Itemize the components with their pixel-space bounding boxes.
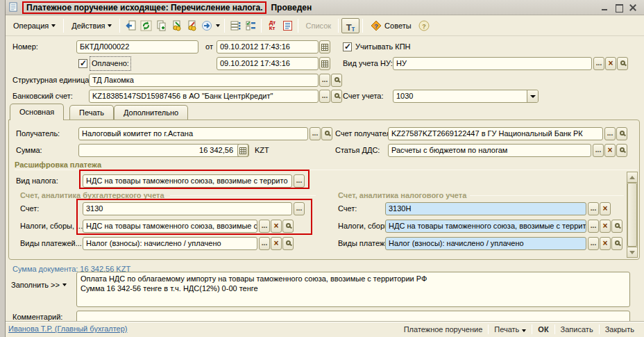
bu-payments-clear-button[interactable]: × — [271, 237, 282, 250]
actions-menu-button[interactable]: Действия — [67, 18, 117, 33]
scroll-down-button[interactable] — [627, 247, 637, 257]
help-icon: ? — [418, 20, 430, 31]
checkbox-list-icon — [245, 20, 257, 31]
ok-button[interactable]: ОК — [532, 325, 554, 334]
magnifier-icon — [615, 240, 620, 245]
nu-kind-clear-button[interactable]: × — [605, 57, 616, 70]
nu-kind-select-button[interactable]: ... — [593, 57, 604, 70]
structural-unit-select-button[interactable]: ... — [319, 74, 330, 87]
date-created-input[interactable]: 09.10.2012 17:43:16 — [217, 40, 319, 54]
document-status: Проведен — [271, 3, 312, 13]
write-button[interactable]: Записать — [555, 325, 599, 334]
bu-taxes-clear-button[interactable]: × — [271, 220, 282, 233]
calendar-button[interactable] — [319, 40, 330, 54]
go-to-menu-button[interactable] — [199, 18, 221, 33]
amount-input[interactable]: 16 342,56 — [78, 144, 249, 157]
payment-order-button[interactable]: Платежное поручение — [398, 325, 489, 334]
nu-taxes-input[interactable]: НДС на товары таможенного союза, ввозимы… — [385, 220, 586, 233]
recipient-account-select-button[interactable]: ... — [604, 127, 616, 140]
account-dropdown-button[interactable] — [527, 90, 538, 102]
tab-print[interactable]: Печать — [69, 105, 114, 120]
refresh-icon — [140, 20, 152, 31]
close-form-button[interactable]: Закрыть — [600, 325, 640, 334]
recipient-account-open-button[interactable] — [616, 127, 627, 140]
minimize-button[interactable] — [601, 3, 609, 11]
nu-taxes-select-button[interactable]: ... — [588, 220, 599, 233]
tax-kind-select-button[interactable]: ... — [294, 174, 305, 188]
bank-account-input[interactable]: KZ18385147SD15987456 в АО "Банк ЦентрКре… — [89, 90, 319, 103]
nu-payments-select-button[interactable]: ... — [588, 237, 599, 250]
nu-payments-clear-button[interactable]: × — [600, 237, 611, 250]
account-combobox[interactable]: 1030 — [393, 90, 539, 103]
bu-taxes-input[interactable]: НДС на товары таможенного союза, ввозимы… — [83, 220, 257, 233]
tab-main[interactable]: Основная — [10, 104, 64, 120]
bu-payments-open-button[interactable] — [282, 237, 294, 250]
bu-payments-select-button[interactable]: ... — [259, 237, 270, 250]
dds-open-button[interactable] — [616, 144, 627, 157]
kpn-checkbox[interactable] — [343, 42, 352, 51]
scroll-up-button[interactable] — [627, 172, 637, 183]
dds-clear-button[interactable]: × — [604, 144, 616, 157]
paid-checkbox[interactable] — [78, 59, 87, 68]
bu-account-input[interactable]: 3130 — [83, 202, 292, 215]
print-button[interactable]: Печать — [489, 325, 532, 334]
bank-account-open-button[interactable] — [331, 90, 342, 103]
bank-account-select-button[interactable]: ... — [319, 90, 330, 103]
toolbar-separator — [261, 19, 262, 33]
calculator-button[interactable] — [237, 144, 248, 157]
kpn-label[interactable]: Учитывать КПН — [355, 40, 411, 54]
help-button[interactable]: ? — [416, 18, 432, 33]
date-paid-input[interactable]: 09.10.2012 17:43:16 — [217, 57, 319, 70]
bu-payments-input[interactable]: Налог (взносы): начислено / уплачено — [83, 237, 257, 250]
maximize-button[interactable] — [615, 3, 623, 11]
nu-payments-input[interactable]: Налог (взносы): начислено / уплачено — [385, 237, 586, 250]
print-button-label: Печать — [494, 325, 519, 334]
nu-payments-open-button[interactable] — [611, 237, 622, 250]
recipient-open-button[interactable] — [321, 127, 332, 140]
tab-additional[interactable]: Дополнительно — [114, 105, 188, 120]
copy-button[interactable] — [153, 18, 169, 33]
post-document-button[interactable] — [169, 18, 184, 33]
structural-unit-input[interactable]: ТД Лакомка — [89, 74, 319, 87]
bu-account-select-button[interactable]: ... — [294, 202, 305, 215]
recipient-select-button[interactable]: ... — [310, 127, 321, 140]
calendar-button[interactable] — [319, 57, 330, 70]
payment-purpose-textarea[interactable]: Оплата НДС по облагаемому импорту на тов… — [76, 272, 630, 307]
recipient-input[interactable]: Налоговый комитет по г.Астана — [78, 127, 308, 140]
nu-kind-open-button[interactable] — [617, 57, 628, 70]
nu-account-clear-button[interactable]: × — [600, 202, 611, 215]
refresh-button[interactable] — [138, 18, 153, 33]
list-button[interactable]: Список — [301, 22, 335, 30]
dds-select-button[interactable]: ... — [593, 144, 604, 157]
operation-menu-button[interactable]: Операция — [8, 18, 60, 33]
report-button[interactable] — [280, 18, 295, 33]
tips-button[interactable]: ? Советы — [366, 18, 416, 33]
responsible-user-link[interactable]: Иванова Т.Р. (Главный бухгалтер) — [8, 324, 128, 333]
nu-account-select-button[interactable]: ... — [588, 202, 599, 215]
scrollbar-thumb[interactable] — [627, 183, 637, 247]
nu-account-input[interactable]: 3130Н — [385, 202, 586, 215]
magnifier-icon — [334, 93, 339, 98]
show-postings-button[interactable]: ДтКт — [264, 18, 280, 33]
vertical-scrollbar[interactable] — [627, 172, 638, 258]
amount-label: Сумма: — [16, 144, 42, 157]
nu-taxes-open-button[interactable] — [611, 220, 622, 233]
fill-button-label: Заполнить >> — [11, 281, 60, 289]
paid-label[interactable]: Оплачено: — [90, 57, 130, 70]
fill-button[interactable]: Заполнить >> — [11, 281, 67, 289]
document-structure-button[interactable] — [228, 18, 243, 33]
tax-kind-input[interactable]: НДС на товары таможенного союза, ввозимы… — [83, 174, 292, 188]
recipient-account-input[interactable]: KZ27587KZT2669122447 в ГУ Национальный Б… — [388, 127, 603, 140]
formatting-button[interactable]: T т — [341, 18, 359, 33]
nu-taxes-clear-button[interactable]: × — [600, 220, 611, 233]
bu-taxes-select-button[interactable]: ... — [259, 220, 270, 233]
unpost-document-button[interactable] — [184, 18, 199, 33]
nu-kind-input[interactable]: НУ — [393, 57, 592, 70]
bu-taxes-open-button[interactable] — [282, 220, 294, 233]
number-input[interactable]: БКТДЛ000022 — [76, 40, 198, 54]
structural-unit-open-button[interactable] — [331, 74, 342, 87]
close-button[interactable] — [629, 3, 637, 11]
save-and-close-button[interactable] — [123, 18, 138, 33]
dds-input[interactable]: Расчеты с бюджетом по налогам — [388, 144, 591, 157]
document-settings-button[interactable] — [243, 18, 258, 33]
